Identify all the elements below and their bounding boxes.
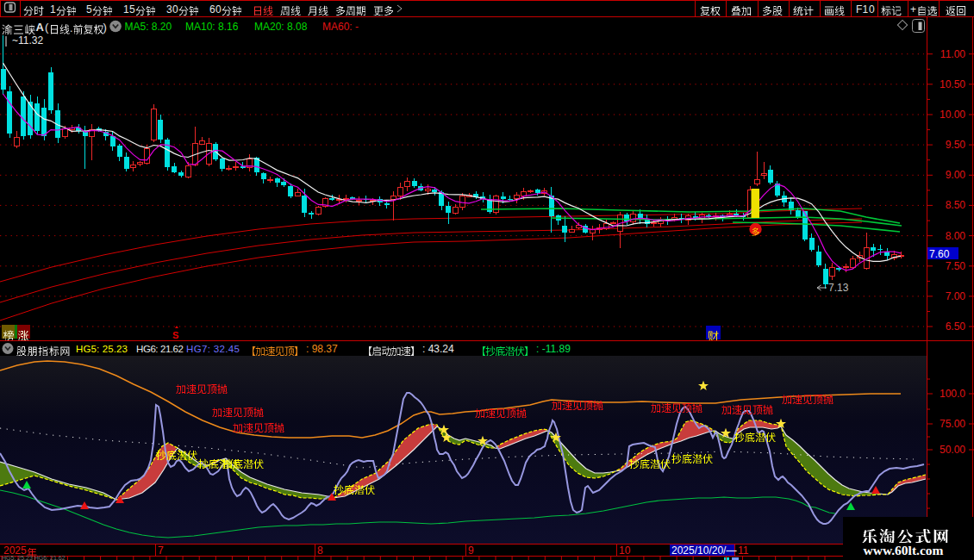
svg-text:5: 5 <box>86 3 92 16</box>
svg-text:7.50: 7.50 <box>946 260 966 272</box>
svg-text:): ) <box>103 21 107 34</box>
svg-text:11.00: 11.00 <box>940 48 965 60</box>
svg-text:1: 1 <box>863 3 869 16</box>
svg-text:7.00: 7.00 <box>946 290 966 302</box>
svg-text:A: A <box>36 21 45 34</box>
svg-text:MA20: 8.08: MA20: 8.08 <box>254 21 308 33</box>
svg-text:2025/10/20/—: 2025/10/20/— <box>671 544 736 557</box>
svg-text:0: 0 <box>172 3 178 16</box>
svg-text:7: 7 <box>158 544 164 557</box>
svg-text:(: ( <box>45 21 49 34</box>
svg-text:9.50: 9.50 <box>946 139 966 151</box>
svg-text:0: 0 <box>215 3 222 16</box>
svg-text:6.50: 6.50 <box>946 320 966 333</box>
svg-text:9.00: 9.00 <box>946 169 966 181</box>
svg-text:5: 5 <box>129 3 135 16</box>
svg-text:7.60: 7.60 <box>929 248 950 260</box>
svg-text:11: 11 <box>738 544 749 557</box>
svg-text:~11.32: ~11.32 <box>12 34 43 47</box>
svg-text:9: 9 <box>468 544 474 557</box>
svg-text:MA5: 8.20: MA5: 8.20 <box>125 21 172 33</box>
svg-text:7.13: 7.13 <box>828 282 849 294</box>
svg-text:: -11.89: : -11.89 <box>536 343 571 355</box>
svg-text:10.50: 10.50 <box>940 78 965 90</box>
svg-text:+: + <box>910 3 916 16</box>
svg-text:HG6: 21.62: HG6: 21.62 <box>136 344 184 354</box>
svg-text:: 43.24: : 43.24 <box>422 343 454 355</box>
svg-text:10.00: 10.00 <box>940 109 965 121</box>
svg-text:100.0: 100.0 <box>940 388 965 400</box>
svg-text:1: 1 <box>50 3 56 16</box>
svg-text:6: 6 <box>209 3 215 16</box>
svg-text:.: . <box>70 22 72 34</box>
svg-text:3: 3 <box>166 3 172 16</box>
svg-text:: 98.37: : 98.37 <box>306 343 338 355</box>
svg-text:MA10: 8.16: MA10: 8.16 <box>185 21 239 33</box>
svg-text:0: 0 <box>869 3 875 16</box>
svg-text:HG7: 32.45: HG7: 32.45 <box>186 344 240 354</box>
svg-text:HG5: 25.23 HG6: 21.62: HG5: 25.23 HG6: 21.62 <box>2 555 66 560</box>
svg-text:8.00: 8.00 <box>946 230 966 242</box>
svg-text:10: 10 <box>619 544 631 557</box>
svg-text:F: F <box>856 3 862 16</box>
svg-text:8: 8 <box>317 544 323 557</box>
svg-text:www.60lt.com: www.60lt.com <box>864 543 944 557</box>
svg-text:50.00: 50.00 <box>940 444 965 456</box>
svg-text:MA60: -: MA60: - <box>322 21 359 33</box>
svg-text:75.00: 75.00 <box>940 418 965 430</box>
svg-text:1: 1 <box>123 3 129 16</box>
svg-text:HG5: 25.23: HG5: 25.23 <box>76 344 128 354</box>
svg-text:8.50: 8.50 <box>946 199 966 211</box>
svg-text:S: S <box>172 330 178 340</box>
